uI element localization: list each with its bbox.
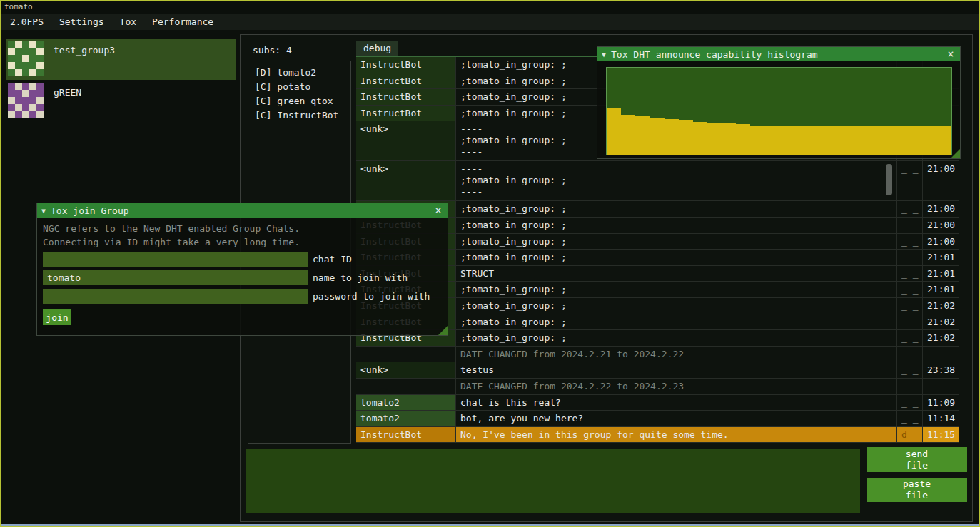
sender-name	[356, 379, 456, 394]
window-titlebar[interactable]: tomato	[1, 1, 979, 14]
histogram-bar	[679, 120, 693, 155]
sender-name: <unk>	[356, 161, 456, 200]
histogram-bar	[722, 123, 736, 155]
join-button[interactable]: join	[43, 309, 71, 325]
message-flags: _ _	[897, 395, 923, 411]
menu-performance[interactable]: Performance	[144, 14, 221, 29]
resize-grip-icon[interactable]	[951, 149, 960, 158]
message-flags: d	[897, 427, 923, 443]
sender-name: <unk>	[356, 362, 456, 378]
message-text: ;tomato_in_group: ;	[456, 234, 897, 250]
chat-id-label: chat ID	[313, 254, 352, 265]
chat-scrollbar-handle[interactable]	[886, 164, 892, 195]
histogram-bar	[794, 126, 808, 155]
group-name: test_group3	[54, 45, 115, 56]
join-window-close-button[interactable]: ×	[432, 203, 445, 218]
group-item-test_group3[interactable]: test_group3	[6, 39, 236, 80]
message-time: 11:09	[923, 395, 959, 411]
message-time: 21:00	[923, 201, 959, 217]
message-time: 21:02	[923, 298, 959, 314]
message-flags	[897, 347, 923, 362]
message-text: testus	[456, 362, 897, 378]
collapse-arrow-icon[interactable]: ▼	[602, 51, 606, 58]
message-time: 21:02	[923, 314, 959, 330]
message-text: ;tomato_in_group: ;	[456, 314, 897, 330]
histogram-window-body	[597, 61, 960, 158]
menu-tox[interactable]: Tox	[112, 14, 144, 29]
message-time: 21:00	[923, 161, 959, 200]
histogram-bar	[707, 123, 722, 155]
date-separator-row: DATE CHANGED from 2024.2.21 to 2024.2.22	[356, 347, 959, 363]
group-list: test_group3 gREEN	[6, 39, 236, 123]
paste-file-button[interactable]: paste file	[867, 478, 967, 502]
histogram-window-titlebar[interactable]: ▼ Tox DHT announce capability histogram …	[597, 47, 960, 61]
dht-histogram-window: ▼ Tox DHT announce capability histogram …	[597, 46, 961, 159]
sub-item: [C] potato	[248, 80, 350, 94]
message-time	[923, 347, 959, 362]
sender-name	[356, 347, 456, 362]
send-file-button[interactable]: send file	[867, 447, 967, 472]
message-text: ;tomato_in_group: ;	[456, 282, 897, 297]
chat-message-row: tomato2chat is this real?_ _11:09	[356, 395, 959, 411]
message-time: 21:00	[923, 218, 959, 233]
message-text: ;tomato_in_group: ;	[456, 250, 897, 265]
sender-name: InstructBot	[356, 57, 456, 73]
message-text: ;tomato_in_group: ;	[456, 330, 897, 346]
histogram-bar	[650, 118, 664, 155]
menu-settings[interactable]: Settings	[51, 14, 112, 29]
join-password-label: password to join with	[313, 291, 430, 302]
histogram-plot	[606, 67, 952, 155]
histogram-bar	[665, 119, 679, 155]
message-text: STRUCT	[456, 266, 897, 282]
message-flags: _ _	[897, 266, 923, 282]
sender-name: InstructBot	[356, 73, 456, 89]
message-text: bot, are you new here?	[456, 411, 897, 426]
tab-debug[interactable]: debug	[356, 41, 398, 56]
join-name-input[interactable]	[43, 270, 308, 285]
message-flags: _ _	[897, 161, 923, 200]
sender-name: InstructBot	[356, 427, 456, 443]
message-text: No, I've been in this group for quite so…	[456, 427, 897, 443]
join-window-titlebar[interactable]: ▼ Tox join Group ×	[37, 203, 448, 218]
date-separator-row: DATE CHANGED from 2024.2.22 to 2024.2.23	[356, 379, 959, 395]
join-password-input[interactable]	[43, 289, 308, 304]
message-text: ;tomato_in_group: ;	[456, 218, 897, 233]
chat-message-row: <unk>----;tomato_in_group: ;----_ _21:00	[356, 161, 959, 201]
message-text: chat is this real?	[456, 395, 897, 411]
fps-counter: 2.0FPS	[2, 14, 51, 29]
resize-grip-icon[interactable]	[438, 326, 448, 335]
histogram-bar	[808, 126, 822, 155]
message-time: 21:01	[923, 282, 959, 297]
join-info-line: Connecting via ID might take a very long…	[43, 237, 442, 248]
message-text: DATE CHANGED from 2024.2.22 to 2024.2.23	[456, 379, 897, 394]
histogram-bar	[750, 126, 764, 155]
histogram-window-title: Tox DHT announce capability histogram	[611, 49, 818, 60]
message-text: ;tomato_in_group: ;	[456, 201, 897, 217]
join-name-label: name to join with	[313, 272, 408, 283]
app-window: tomato 2.0FPS Settings Tox Performance t…	[0, 0, 980, 527]
chat-message-row: tomato2bot, are you new here?_ _11:14	[356, 411, 959, 427]
histogram-window-close-button[interactable]: ×	[944, 47, 957, 61]
window-title: tomato	[4, 2, 33, 11]
histogram-bar	[909, 126, 923, 155]
histogram-bar	[879, 126, 894, 155]
message-flags: _ _	[897, 234, 923, 250]
group-item-gREEN[interactable]: gREEN	[6, 81, 236, 122]
message-text: DATE CHANGED from 2024.2.21 to 2024.2.22	[456, 347, 897, 362]
message-input[interactable]	[246, 449, 860, 513]
histogram-bar	[894, 126, 909, 155]
histogram-bar	[764, 126, 779, 155]
join-window-body: NGC refers to the New DHT enabled Group …	[37, 218, 448, 335]
collapse-arrow-icon[interactable]: ▼	[41, 207, 46, 215]
window-bottom-edge	[1, 524, 979, 526]
histogram-bar	[837, 126, 851, 155]
sender-name: <unk>	[356, 121, 456, 160]
message-time: 23:38	[923, 362, 959, 378]
histogram-bar	[635, 116, 650, 155]
sender-name: tomato2	[356, 395, 456, 411]
message-flags: _ _	[897, 218, 923, 233]
histogram-bar	[607, 108, 621, 155]
message-time: 21:01	[923, 266, 959, 282]
chat-id-input[interactable]	[43, 252, 308, 267]
histogram-bar	[693, 122, 707, 155]
